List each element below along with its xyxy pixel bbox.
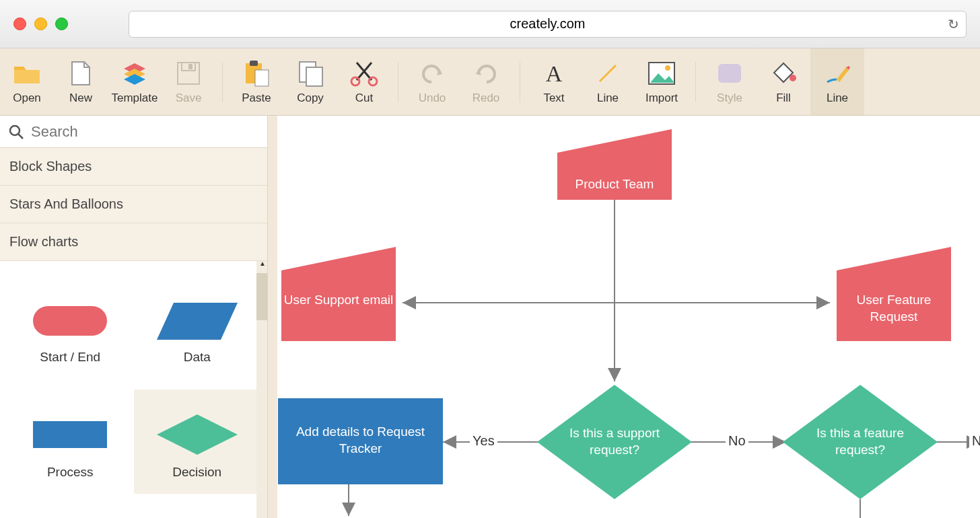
url-bar[interactable]: creately.com ↻	[129, 11, 967, 38]
shape-start-end[interactable]: Start / End	[7, 274, 134, 379]
reload-icon[interactable]: ↻	[948, 16, 959, 32]
shape-process[interactable]: Process	[7, 390, 134, 494]
copy-button[interactable]: Copy	[283, 48, 337, 115]
svg-rect-6	[255, 70, 269, 86]
svg-rect-8	[306, 67, 322, 86]
undo-icon	[418, 59, 446, 87]
category-flow-charts[interactable]: Flow charts	[0, 223, 267, 261]
template-button[interactable]: Template	[108, 48, 162, 115]
svg-line-18	[18, 134, 23, 139]
line-tool-button[interactable]: Line	[810, 48, 864, 115]
search-icon	[8, 124, 24, 140]
node-label: Product Team	[557, 176, 672, 193]
separator	[398, 62, 398, 102]
save-button[interactable]: Save	[162, 48, 215, 115]
node-label: Is this a feature request?	[796, 425, 924, 458]
scrollbar[interactable]: ▲	[256, 261, 267, 518]
svg-rect-3	[188, 64, 193, 69]
shape-decision[interactable]: Decision	[134, 390, 261, 494]
copy-icon	[296, 59, 324, 87]
cut-button[interactable]: Cut	[337, 48, 391, 115]
redo-button[interactable]: Redo	[459, 48, 513, 115]
svg-point-16	[790, 75, 796, 81]
shape-panel: ▲ Start / End Data Process Decision	[0, 261, 267, 518]
scroll-up-icon[interactable]: ▲	[259, 261, 266, 267]
new-file-icon	[67, 59, 95, 87]
svg-rect-0	[14, 70, 40, 83]
text-button[interactable]: A Text	[527, 48, 581, 115]
sidebar: Block Shapes Stars And Balloons Flow cha…	[0, 116, 268, 518]
folder-icon	[13, 59, 41, 87]
close-window-button[interactable]	[13, 17, 26, 30]
pencil-icon	[823, 59, 851, 87]
node-label: User Feature Request	[837, 292, 951, 325]
line-icon	[594, 59, 622, 87]
paste-button[interactable]: Paste	[230, 48, 283, 115]
fill-button[interactable]: Fill	[757, 48, 810, 115]
window-controls	[13, 17, 68, 30]
category-block-shapes[interactable]: Block Shapes	[0, 148, 267, 186]
fill-icon	[769, 59, 798, 87]
shape-data[interactable]: Data	[134, 274, 261, 379]
search-input[interactable]	[31, 123, 259, 141]
node-label: Add details to Request Tracker	[278, 424, 443, 457]
svg-rect-20	[33, 421, 107, 448]
category-stars-balloons[interactable]: Stars And Balloons	[0, 186, 267, 223]
new-button[interactable]: New	[54, 48, 108, 115]
edge-label-n: N	[969, 433, 980, 449]
style-icon	[715, 59, 744, 87]
import-icon	[648, 59, 676, 87]
undo-button[interactable]: Undo	[405, 48, 459, 115]
browser-chrome: creately.com ↻	[0, 0, 980, 48]
line-button[interactable]: Line	[581, 48, 635, 115]
edge-label-yes: Yes	[470, 433, 497, 449]
template-icon	[120, 59, 149, 87]
svg-point-17	[10, 126, 20, 135]
maximize-window-button[interactable]	[55, 17, 68, 30]
node-label: User Support email	[281, 292, 396, 309]
cut-icon	[350, 59, 378, 87]
scrollbar-thumb[interactable]	[256, 273, 267, 320]
save-icon	[174, 59, 203, 87]
separator	[695, 62, 696, 102]
svg-point-9	[351, 77, 359, 85]
redo-icon	[472, 59, 500, 87]
minimize-window-button[interactable]	[34, 17, 47, 30]
svg-rect-19	[33, 306, 107, 336]
paste-icon	[242, 59, 271, 87]
svg-line-12	[600, 65, 616, 81]
open-button[interactable]: Open	[0, 48, 54, 115]
separator	[222, 62, 223, 102]
search-row	[0, 116, 267, 148]
svg-text:A: A	[546, 61, 563, 85]
url-text: creately.com	[510, 16, 586, 32]
separator	[520, 62, 520, 102]
svg-point-14	[665, 65, 670, 71]
import-button[interactable]: Import	[635, 48, 689, 115]
edge-label-no: No	[726, 433, 748, 449]
node-label: Is this a support request?	[551, 425, 678, 458]
svg-rect-15	[718, 64, 741, 83]
text-icon: A	[540, 59, 568, 87]
svg-rect-5	[250, 61, 258, 66]
toolbar: Open New Template Save Paste	[0, 48, 980, 116]
canvas[interactable]: Product Team User Support email User Fea…	[268, 116, 980, 518]
svg-point-10	[369, 77, 377, 85]
style-button[interactable]: Style	[703, 48, 757, 115]
